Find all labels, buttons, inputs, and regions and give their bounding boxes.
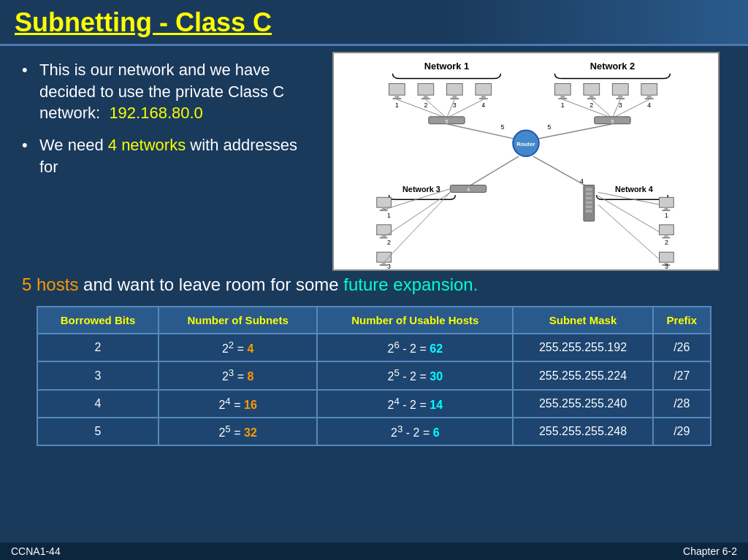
svg-rect-92 bbox=[660, 252, 674, 262]
svg-rect-25 bbox=[554, 83, 570, 95]
svg-rect-17 bbox=[479, 98, 488, 99]
svg-rect-15 bbox=[476, 83, 492, 95]
cell-prefix: /28 bbox=[653, 390, 711, 418]
svg-rect-33 bbox=[612, 83, 628, 95]
cell-subnets: 23 = 8 bbox=[159, 361, 317, 389]
network-svg: Network 1 Network 2 1 2 bbox=[334, 53, 718, 269]
fulltext-highlight1: 5 hosts bbox=[22, 275, 78, 294]
svg-text:1: 1 bbox=[665, 212, 668, 219]
svg-rect-35 bbox=[616, 98, 625, 99]
cell-mask: 255.255.255.224 bbox=[513, 361, 652, 389]
svg-text:Network 1: Network 1 bbox=[424, 61, 469, 72]
col-header-borrowed-bits: Borrowed Bits bbox=[37, 307, 159, 334]
page-title: Subnetting - Class C bbox=[15, 7, 272, 37]
svg-text:4: 4 bbox=[647, 101, 651, 109]
svg-rect-31 bbox=[587, 98, 596, 99]
svg-rect-78 bbox=[586, 201, 592, 204]
col-header-subnets: Number of Subnets bbox=[159, 307, 317, 334]
svg-rect-3 bbox=[389, 83, 405, 95]
svg-rect-79 bbox=[586, 205, 592, 208]
bullet-item-1: This is our network and we have decided … bbox=[22, 59, 314, 124]
svg-text:4: 4 bbox=[467, 187, 470, 192]
svg-rect-26 bbox=[560, 95, 565, 98]
svg-text:2: 2 bbox=[424, 101, 427, 109]
svg-text:3: 3 bbox=[387, 263, 391, 269]
svg-text:5: 5 bbox=[500, 123, 504, 131]
fulltext-middle: and want to leave room for some bbox=[78, 275, 343, 294]
svg-rect-76 bbox=[586, 192, 592, 195]
svg-text:Network 4: Network 4 bbox=[615, 185, 653, 193]
svg-rect-11 bbox=[446, 83, 462, 95]
svg-text:1: 1 bbox=[395, 101, 399, 109]
svg-rect-27 bbox=[558, 98, 567, 99]
svg-rect-30 bbox=[589, 95, 594, 98]
svg-text:Network 2: Network 2 bbox=[590, 61, 635, 72]
svg-rect-5 bbox=[392, 98, 401, 99]
svg-rect-9 bbox=[421, 98, 430, 99]
svg-rect-8 bbox=[424, 95, 428, 98]
svg-text:Router: Router bbox=[516, 141, 535, 147]
svg-rect-4 bbox=[394, 95, 399, 98]
svg-rect-38 bbox=[647, 95, 652, 98]
cell-subnets: 24 = 16 bbox=[159, 390, 317, 418]
table-row: 2 22 = 4 26 - 2 = 62 255.255.255.192 /26 bbox=[37, 334, 711, 361]
cell-mask: 255.255.255.240 bbox=[513, 390, 652, 418]
left-panel: This is our network and we have decided … bbox=[0, 46, 329, 272]
svg-rect-75 bbox=[586, 188, 592, 191]
svg-rect-80 bbox=[586, 210, 592, 212]
cell-bits: 3 bbox=[37, 361, 159, 389]
cell-hosts: 25 - 2 = 30 bbox=[317, 361, 513, 389]
top-section: This is our network and we have decided … bbox=[0, 46, 748, 272]
svg-rect-89 bbox=[662, 237, 670, 239]
svg-rect-69 bbox=[382, 262, 386, 264]
full-text-line: 5 hosts and want to leave room for some … bbox=[0, 272, 748, 303]
svg-rect-83 bbox=[664, 207, 668, 210]
footer-right-text: Chapter 6-2 bbox=[683, 545, 737, 557]
bullet2-networks: 4 networks bbox=[108, 136, 186, 154]
svg-rect-87 bbox=[660, 225, 674, 235]
cell-mask: 255.255.255.192 bbox=[513, 334, 652, 361]
svg-text:1: 1 bbox=[387, 212, 391, 219]
svg-rect-34 bbox=[618, 95, 622, 98]
svg-rect-37 bbox=[641, 83, 657, 95]
bullet-list: This is our network and we have decided … bbox=[22, 59, 314, 177]
svg-rect-77 bbox=[586, 196, 592, 199]
svg-rect-39 bbox=[645, 98, 654, 99]
svg-rect-82 bbox=[660, 197, 674, 207]
svg-rect-84 bbox=[662, 210, 670, 211]
bullet-item-2: We need 4 networks with addresses for bbox=[22, 134, 314, 177]
svg-rect-7 bbox=[418, 83, 434, 95]
svg-rect-13 bbox=[450, 98, 459, 99]
svg-rect-12 bbox=[452, 95, 457, 98]
cell-hosts: 23 - 2 = 6 bbox=[317, 418, 513, 445]
svg-rect-16 bbox=[481, 95, 486, 98]
fulltext-highlight2: future expansion. bbox=[343, 275, 478, 294]
cell-subnets: 22 = 4 bbox=[159, 334, 317, 361]
cell-subnets: 25 = 32 bbox=[159, 418, 317, 445]
cell-hosts: 24 - 2 = 14 bbox=[317, 390, 513, 418]
svg-rect-65 bbox=[380, 237, 388, 239]
cell-prefix: /26 bbox=[653, 334, 711, 361]
col-header-mask: Subnet Mask bbox=[513, 307, 652, 334]
svg-rect-60 bbox=[380, 210, 388, 211]
network-diagram: Network 1 Network 2 1 2 bbox=[332, 52, 720, 271]
svg-text:1: 1 bbox=[561, 101, 565, 109]
table-row: 4 24 = 16 24 - 2 = 14 255.255.255.240 /2… bbox=[37, 390, 711, 418]
table-section: Borrowed Bits Number of Subnets Number o… bbox=[0, 303, 748, 447]
footer: CCNA1-44 Chapter 6-2 bbox=[0, 542, 748, 560]
cell-prefix: /27 bbox=[653, 361, 711, 389]
table-row: 3 23 = 8 25 - 2 = 30 255.255.255.224 /27 bbox=[37, 361, 711, 389]
table-row: 5 25 = 32 23 - 2 = 6 255.255.255.248 /29 bbox=[37, 418, 711, 445]
right-panel: Network 1 Network 2 1 2 bbox=[329, 46, 748, 272]
svg-text:5: 5 bbox=[446, 119, 449, 124]
svg-text:3: 3 bbox=[665, 263, 668, 269]
page-header: Subnetting - Class C bbox=[0, 0, 748, 46]
bullet2-prefix: We need bbox=[39, 136, 108, 154]
svg-rect-88 bbox=[664, 235, 668, 237]
svg-text:2: 2 bbox=[589, 101, 593, 109]
svg-text:2: 2 bbox=[665, 239, 668, 246]
cell-bits: 2 bbox=[37, 334, 159, 361]
svg-text:5: 5 bbox=[611, 119, 614, 124]
cell-mask: 255.255.255.248 bbox=[513, 418, 652, 445]
cell-bits: 5 bbox=[37, 418, 159, 445]
